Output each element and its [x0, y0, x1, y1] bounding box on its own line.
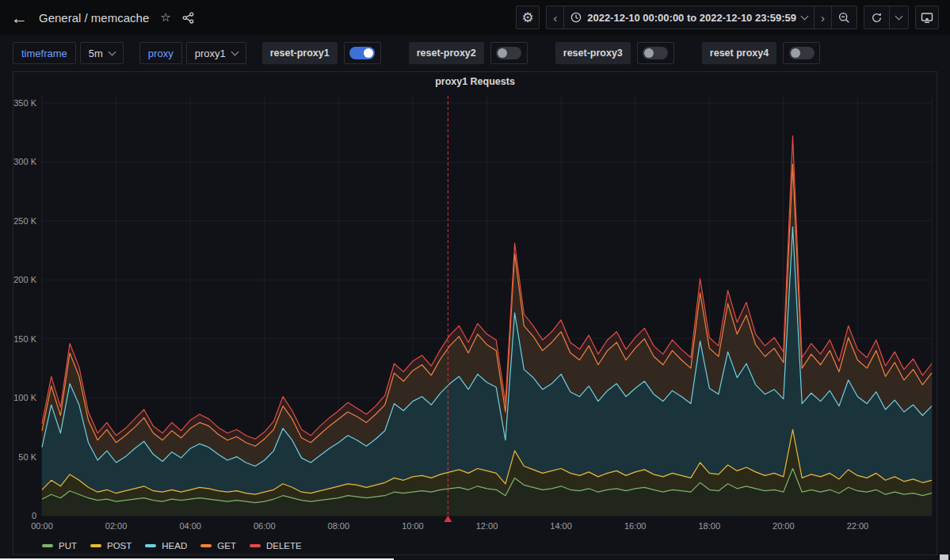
svg-text:20:00: 20:00 [773, 521, 795, 531]
y-axis-labels: 050 K100 K150 K200 K250 K300 K350 K [13, 98, 36, 520]
legend-swatch-icon [145, 544, 156, 547]
legend-label: PUT [59, 541, 77, 550]
toggle-switch[interactable] [496, 47, 521, 59]
dashboard-settings-button[interactable]: ⚙ [516, 6, 540, 29]
toggle-label-reset-proxy2: reset-proxy2 [409, 42, 484, 64]
variable-label-text: timeframe [21, 48, 67, 59]
variable-label-proxy: proxy [139, 42, 182, 64]
chevron-left-icon: ‹ [553, 11, 557, 25]
legend-item-DELETE[interactable]: DELETE [250, 541, 302, 550]
toggle-switch[interactable] [349, 47, 375, 59]
svg-text:10:00: 10:00 [402, 521, 424, 531]
svg-text:02:00: 02:00 [105, 521, 128, 531]
svg-text:04:00: 04:00 [179, 521, 201, 531]
time-range-label: 2022-12-10 00:00:00 to 2022-12-10 23:59:… [587, 12, 796, 24]
tv-mode-button[interactable] [915, 6, 939, 29]
dashboard-variables-row: timeframe 5m proxy proxy1 reset-proxy1 r… [13, 42, 820, 64]
svg-text:150 K: 150 K [13, 334, 36, 344]
toggle-reset-proxy3[interactable] [637, 42, 674, 64]
navbar: ← General / memcache ☆ ⚙ ‹ [0, 0, 950, 35]
toggle-reset-proxy1[interactable] [344, 42, 381, 64]
zoom-out-button[interactable] [831, 6, 857, 29]
svg-text:18:00: 18:00 [698, 521, 720, 531]
share-icon[interactable] [182, 12, 194, 24]
variable-value-timeframe[interactable]: 5m [80, 42, 124, 64]
clock-icon [570, 12, 582, 23]
refresh-interval-button[interactable] [889, 6, 908, 29]
toggle-reset-proxy2[interactable] [490, 42, 528, 64]
legend-swatch-icon [250, 544, 261, 547]
time-picker-group: ‹ 2022-12-10 00:00:00 to 2022-12-10 23:5… [546, 6, 857, 29]
time-shift-right-button[interactable]: › [814, 6, 831, 29]
svg-text:350 K: 350 K [13, 98, 36, 108]
legend-item-PUT[interactable]: PUT [42, 541, 77, 550]
svg-text:06:00: 06:00 [254, 521, 276, 531]
svg-text:16:00: 16:00 [624, 521, 647, 531]
graph-panel: proxy1 Requests 050 K100 K150 K200 K250 … [13, 71, 937, 555]
zoom-out-icon [838, 12, 850, 24]
toggle-label-reset-proxy3: reset-proxy3 [555, 42, 631, 64]
refresh-group [864, 6, 909, 29]
toggle-label-reset-proxy1: reset-proxy1 [262, 42, 338, 64]
resize-handle [940, 554, 948, 560]
time-shift-left-button[interactable]: ‹ [547, 6, 563, 29]
breadcrumb[interactable]: General / memcache [39, 11, 149, 25]
svg-text:14:00: 14:00 [550, 521, 572, 531]
refresh-icon [871, 12, 883, 24]
chart-svg[interactable]: 050 K100 K150 K200 K250 K300 K350 K00:00… [13, 72, 937, 554]
svg-text:250 K: 250 K [13, 216, 36, 226]
variable-value-proxy[interactable]: proxy1 [186, 42, 246, 64]
time-range-button[interactable]: 2022-12-10 00:00:00 to 2022-12-10 23:59:… [563, 6, 814, 29]
chevron-down-icon [108, 48, 116, 55]
svg-text:200 K: 200 K [13, 275, 36, 284]
svg-text:50 K: 50 K [18, 452, 36, 462]
panel-title[interactable]: proxy1 Requests [13, 76, 937, 87]
legend-label: POST [107, 541, 132, 550]
toggle-switch[interactable] [789, 47, 815, 59]
toggle-switch[interactable] [643, 47, 668, 59]
toggle-reset-proxy4[interactable] [783, 42, 820, 64]
variable-value-text: proxy1 [195, 48, 226, 59]
legend-label: HEAD [162, 541, 187, 550]
legend-swatch-icon [200, 544, 212, 547]
x-axis-labels: 00:0002:0004:0006:0008:0010:0012:0014:00… [31, 521, 868, 531]
chevron-down-icon [231, 48, 238, 55]
chevron-down-icon [801, 12, 809, 20]
chart-legend: PUTPOSTHEADGETDELETE [42, 541, 302, 550]
legend-swatch-icon [42, 544, 53, 547]
back-arrow-icon[interactable]: ← [11, 10, 28, 26]
chevron-right-icon: › [821, 11, 825, 25]
star-icon[interactable]: ☆ [160, 10, 170, 25]
legend-label: GET [217, 541, 236, 550]
legend-item-POST[interactable]: POST [90, 541, 132, 550]
legend-swatch-icon [90, 544, 101, 547]
variable-value-text: 5m [89, 48, 103, 59]
svg-text:300 K: 300 K [13, 157, 36, 166]
svg-text:08:00: 08:00 [328, 521, 350, 531]
variable-label-timeframe: timeframe [13, 42, 76, 64]
svg-text:100 K: 100 K [13, 393, 36, 402]
legend-label: DELETE [266, 541, 302, 550]
svg-text:0: 0 [32, 511, 36, 520]
legend-item-GET[interactable]: GET [200, 541, 236, 550]
toggle-label-reset-proxy4: reset proxy4 [702, 42, 776, 64]
variable-label-text: proxy [148, 48, 174, 59]
svg-text:22:00: 22:00 [847, 521, 869, 531]
gear-icon: ⚙ [522, 10, 534, 26]
svg-text:12:00: 12:00 [476, 521, 498, 531]
refresh-button[interactable] [864, 6, 889, 29]
legend-item-HEAD[interactable]: HEAD [145, 541, 187, 550]
monitor-icon [921, 12, 933, 24]
svg-text:00:00: 00:00 [31, 521, 53, 531]
chevron-down-icon [895, 12, 903, 20]
